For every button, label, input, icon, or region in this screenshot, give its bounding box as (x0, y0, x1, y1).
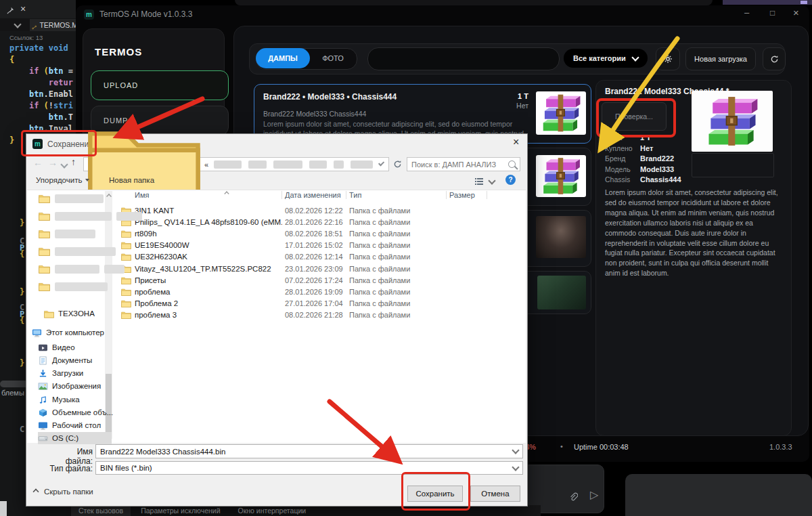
minimize-icon[interactable]: – (744, 7, 749, 18)
column-date[interactable]: Дата изменения (282, 191, 346, 199)
help-icon[interactable]: ? (505, 175, 516, 185)
forward-icon[interactable]: → (48, 157, 58, 168)
censored-nav-item (39, 282, 108, 291)
file-row[interactable]: Philips_ QV14.1E_LA 48pfs8109-60 (eMM...… (117, 216, 523, 228)
upload-button[interactable]: UPLOAD (91, 70, 229, 100)
nav-item-изображения[interactable]: Изображения (38, 380, 112, 392)
nav-item-этот-компьютер[interactable]: Этот компьютер (32, 326, 112, 339)
tab-dumps[interactable]: ДАМПЫ (256, 48, 310, 68)
search-input[interactable] (367, 47, 560, 70)
censored-path-segment (214, 160, 242, 169)
editor-tab-termos[interactable]: TERMOS.M (30, 19, 78, 31)
nav-item-документы[interactable]: Документы (38, 354, 112, 366)
bottom-tab-1[interactable]: Стек вызовов (71, 505, 131, 516)
censored-path-segment (351, 160, 373, 169)
window-title: TermOS AI Mode v1.0.3.3 (99, 9, 192, 19)
file-row[interactable]: Vitayz_43LU1204_TP.MT5522S.PC82223.01.20… (117, 263, 523, 274)
dialog-logo: m (32, 139, 43, 149)
gear-icon (662, 53, 673, 64)
music-icon (38, 395, 48, 404)
nav-item-рабочий-стол[interactable]: Рабочий стол (38, 419, 112, 431)
code-fragment: } (20, 358, 24, 368)
new-upload-button[interactable]: Новая загрузка (685, 47, 756, 70)
censored-path-segment (309, 160, 327, 169)
file-row[interactable]: 3IN1 KANT08.02.2026 12:22Папка с файлами (117, 205, 523, 216)
scroll-up-icon[interactable] (106, 194, 112, 199)
nav-item-объемные-объ-[interactable]: Объемные объ... (38, 406, 112, 418)
code-fragment: } (20, 218, 24, 228)
settings-button[interactable] (656, 47, 680, 70)
chevron-down-icon[interactable] (488, 177, 495, 184)
file-row[interactable]: UE19ES4000W17.01.2026 15:02Папка с файла… (117, 240, 523, 251)
check-button[interactable]: Проверка... (602, 102, 667, 131)
nav-item-музыка[interactable]: Музыка (38, 393, 112, 406)
filename-label: Имя файла: (48, 447, 93, 466)
status-version: 1.0.3.3 (769, 443, 792, 451)
nav-item-техзона[interactable]: ТЕХЗОНА (44, 307, 112, 320)
maximize-icon[interactable]: □ (770, 8, 775, 18)
pin-icon[interactable] (6, 5, 15, 14)
search-placeholder: Поиск в: ДАМП АНАЛИЗ (411, 160, 496, 169)
code-line: btn.T (9, 112, 76, 123)
dropdown-arrow-icon (85, 179, 89, 181)
hide-folders-button[interactable]: Скрыть папки (33, 488, 93, 496)
file-row[interactable]: проблема 308.02.2026 21:28Папка с файлам… (117, 309, 523, 321)
video-icon (38, 343, 48, 352)
refresh-icon (770, 55, 779, 64)
close-icon[interactable]: × (20, 3, 26, 14)
filetype-select[interactable]: BIN files (*.bin) (95, 461, 523, 475)
censored-path-segment (273, 160, 302, 169)
spec-row: МодельModel333 (605, 165, 781, 175)
back-icon[interactable]: ← (33, 157, 43, 168)
refresh-button[interactable] (763, 47, 786, 70)
chevron-down-icon[interactable] (60, 160, 68, 168)
refresh-icon[interactable] (393, 159, 402, 168)
censored-nav-item (39, 229, 95, 238)
dialog-search-box[interactable]: Поиск в: ДАМП АНАЛИЗ (407, 157, 520, 171)
save-button[interactable]: Сохранить (407, 486, 463, 502)
spec-row: Цена1 Т (605, 133, 781, 144)
card-thumbnail-photo (537, 276, 586, 309)
column-size[interactable]: Размер (447, 191, 487, 199)
up-icon[interactable]: ↑ (71, 156, 76, 167)
attach-icon[interactable] (568, 492, 578, 502)
codelens-references[interactable]: Ссылок: 13 (9, 34, 76, 41)
filetype-label: Тип файла: (48, 464, 93, 473)
view-mode-icon[interactable] (474, 176, 484, 184)
category-dropdown[interactable]: Все категории (564, 49, 648, 68)
file-row[interactable]: проблема28.01.2026 19:09Папка с файлами (117, 286, 523, 297)
cancel-button[interactable]: Отмена (470, 486, 520, 502)
bottom-tab-3[interactable]: Окно интерпретации (231, 505, 314, 516)
censored-nav-item (39, 211, 142, 221)
column-type[interactable]: Тип (346, 191, 447, 199)
chevron-down-icon[interactable] (378, 160, 384, 166)
file-row[interactable]: Проблема 227.01.2026 17:04Папка с файлам… (117, 298, 523, 309)
bottom-tab-2[interactable]: Параметры исключений (133, 505, 227, 516)
nav-item-видео[interactable]: Видео (38, 341, 112, 353)
address-bar[interactable]: « (83, 157, 389, 171)
detail-description: Lorem ipsum dolor sit amet, consectetur … (605, 188, 781, 278)
dialog-close-icon[interactable]: × (513, 136, 519, 148)
cancel-button-label: Отмена (481, 490, 509, 498)
termos-logo: m (84, 9, 94, 20)
nav-item-загрузки[interactable]: Загрузки (38, 367, 112, 379)
send-icon[interactable]: ▷ (590, 488, 598, 501)
column-name[interactable]: Имя (135, 191, 282, 199)
new-folder-button[interactable]: Новая папка (109, 176, 154, 184)
file-row[interactable]: rt809h08.02.2026 18:51Папка с файлами (117, 228, 523, 239)
code-block[interactable]: private void { if (btn = retur btn.Enabl… (9, 43, 76, 146)
card-title: Brand222 • Model333 • Chassis444 (263, 92, 397, 102)
folder-icon (121, 288, 131, 296)
disk-icon (38, 434, 48, 443)
filename-input[interactable]: Brand222 Model333 Chassis444.bin (95, 444, 523, 458)
organize-menu[interactable]: Упорядочить (36, 176, 89, 184)
filetype-value: BIN files (*.bin) (100, 464, 152, 472)
search-icon (508, 160, 516, 168)
tab-photo[interactable]: ФОТО (310, 48, 356, 68)
doc-icon (38, 356, 48, 365)
file-row[interactable]: UE32H6230AK08.02.2026 12:14Папка с файла… (117, 251, 523, 263)
code-line: if (!stri (9, 100, 76, 112)
file-row[interactable]: Присеты07.02.2026 17:24Папка с файлами (117, 274, 523, 286)
window-close-icon[interactable]: × (793, 7, 799, 18)
nav-item-os-c-[interactable]: OS (C:) (38, 432, 112, 444)
